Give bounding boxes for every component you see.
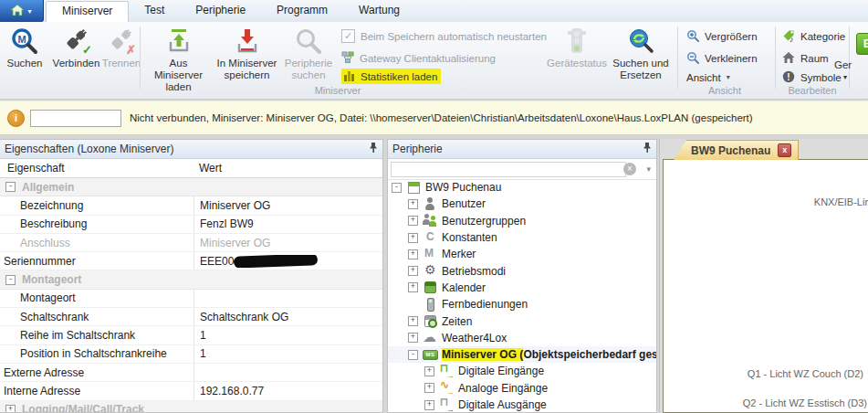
clear-search-icon[interactable]: × bbox=[623, 163, 636, 175]
tree-item-label[interactable]: Analoge Eingänge bbox=[458, 382, 548, 395]
expander-icon[interactable] bbox=[408, 249, 418, 259]
load-statistics-button[interactable]: Statistiken laden bbox=[341, 69, 441, 84]
tree-item-label[interactable]: Fernbedienungen bbox=[442, 298, 528, 311]
ribbon-tab[interactable]: Peripherie bbox=[180, 0, 261, 22]
tree-item[interactable]: Digitale Eingänge bbox=[388, 363, 656, 379]
ribbon-tab[interactable]: Test bbox=[129, 0, 180, 22]
property-value[interactable]: 1 bbox=[200, 347, 206, 360]
zoom-out-button[interactable]: Verkleinern bbox=[686, 50, 758, 66]
expander-icon[interactable] bbox=[408, 233, 418, 243]
tree-item-label[interactable]: Betriebsmodi bbox=[442, 265, 506, 278]
expander-icon[interactable] bbox=[408, 266, 418, 276]
tree-item[interactable]: Merker bbox=[388, 246, 656, 262]
expander-icon[interactable] bbox=[408, 199, 418, 209]
tree-item[interactable]: Analoge Eingänge bbox=[388, 380, 656, 397]
tree-item[interactable]: Weather4Lox bbox=[388, 330, 656, 346]
tree-item-label[interactable]: BW9 Puchenau bbox=[425, 181, 501, 194]
table-row[interactable]: Position in Schaltschrankreihe 1 bbox=[0, 345, 382, 364]
category-button[interactable]: ♪ Kategorie bbox=[782, 28, 845, 44]
tree-item[interactable]: Digitale Ausgänge bbox=[388, 397, 656, 412]
save-to-miniserver-button[interactable]: In Miniserver speichern bbox=[214, 25, 280, 81]
checkbox-checked-icon[interactable]: ✓ bbox=[341, 29, 355, 43]
ribbon-tab[interactable]: Programm bbox=[261, 0, 343, 22]
property-value[interactable]: Schaltschrank OG bbox=[200, 311, 288, 323]
table-row[interactable]: Logging/Mail/Call/Track bbox=[0, 401, 382, 413]
tree-item[interactable]: Kalender bbox=[388, 280, 656, 296]
property-value[interactable]: Miniserver OG bbox=[200, 199, 270, 212]
tree-item[interactable]: BW9 Puchenau bbox=[388, 179, 656, 196]
search-button[interactable]: M Suchen bbox=[2, 25, 47, 69]
expander-icon[interactable] bbox=[5, 275, 16, 285]
expander-icon[interactable] bbox=[5, 182, 16, 192]
symbols-button[interactable]: ! Symbole bbox=[782, 69, 842, 85]
tree-item[interactable]: Zeiten bbox=[388, 312, 656, 329]
pin-icon[interactable] bbox=[643, 143, 652, 155]
pin-icon[interactable] bbox=[369, 143, 378, 155]
expander-icon[interactable] bbox=[408, 350, 418, 360]
table-row[interactable]: Beschreibung Fenzl BW9 bbox=[0, 216, 382, 234]
find-replace-button[interactable]: Suchen und Ersetzen bbox=[606, 25, 675, 81]
gateway-client-update-row[interactable]: Gateway Clientaktualisierung bbox=[341, 50, 496, 66]
tree-item[interactable]: Konstanten bbox=[388, 229, 656, 246]
tree-item[interactable]: Fernbedienungen bbox=[388, 296, 656, 312]
expander-icon[interactable] bbox=[424, 383, 434, 393]
close-icon[interactable]: x bbox=[778, 143, 791, 157]
tree-item[interactable]: Benutzergruppen bbox=[388, 213, 656, 229]
room-button[interactable]: Raum bbox=[782, 50, 829, 66]
tree-item-label[interactable]: Kalender bbox=[442, 281, 486, 294]
zoom-in-button[interactable]: Vergrößern bbox=[686, 28, 758, 44]
tree-item-label[interactable]: Miniserver OG ( bbox=[442, 348, 523, 361]
table-row[interactable]: Allgemein bbox=[0, 178, 382, 196]
tree-item-label[interactable]: Benutzer bbox=[442, 197, 486, 210]
column-header-property[interactable]: Eigenschaft bbox=[0, 162, 190, 175]
program-canvas[interactable]: KNX/EIB-LiniQ1 - Licht WZ Couch (D2)Q2 -… bbox=[663, 159, 868, 413]
table-row[interactable]: Interne Adresse 192.168.0.77 bbox=[0, 382, 382, 400]
document-tab[interactable]: BW9 Puchenau x bbox=[674, 140, 799, 160]
tree-item[interactable]: Betriebsmodi bbox=[388, 262, 656, 279]
property-value[interactable]: Fenzl BW9 bbox=[200, 217, 254, 230]
tree-search-input[interactable] bbox=[391, 162, 626, 177]
expander-icon[interactable] bbox=[408, 216, 418, 226]
load-from-miniserver-button[interactable]: Aus Miniserver laden bbox=[144, 25, 213, 93]
tree-item-label[interactable]: Weather4Lox bbox=[442, 332, 507, 344]
expander-icon[interactable] bbox=[408, 282, 418, 292]
device-status-button[interactable]: Gerätestatus bbox=[548, 25, 606, 69]
property-value[interactable]: Miniserver OG bbox=[200, 237, 270, 249]
table-row[interactable]: Schaltschrank Schaltschrank OG bbox=[0, 308, 382, 326]
tree-item-label[interactable]: Merker bbox=[442, 248, 476, 260]
tree-item-label[interactable]: Digitale Ausgänge bbox=[458, 398, 547, 411]
tree-item-label[interactable]: Zeiten bbox=[442, 315, 472, 328]
table-row[interactable]: Externe Adresse bbox=[0, 364, 382, 382]
tree-item[interactable]: Benutzer bbox=[388, 196, 656, 212]
status-search-input[interactable] bbox=[30, 110, 121, 127]
table-row[interactable]: Seriennummer EEE00 bbox=[0, 252, 382, 270]
table-row[interactable]: Bezeichnung Miniserver OG bbox=[0, 196, 382, 215]
home-menu-button[interactable]: ▾ bbox=[0, 0, 44, 22]
disconnect-button[interactable]: ✗ Trennen bbox=[105, 25, 138, 69]
search-periphery-button[interactable]: Peripherie suchen bbox=[281, 25, 336, 81]
cut-off-green-button[interactable]: E bbox=[856, 33, 868, 55]
ribbon-tab[interactable]: Wartung bbox=[343, 0, 415, 22]
table-row[interactable]: Montageort bbox=[0, 290, 382, 308]
table-row[interactable]: Reihe im Schaltschrank 1 bbox=[0, 326, 382, 344]
table-row[interactable]: Montageort bbox=[0, 270, 382, 289]
tree-item[interactable]: Miniserver OG ( Objektspeicherbedarf ges bbox=[388, 346, 656, 363]
tree-item-label[interactable]: Digitale Eingänge bbox=[458, 365, 544, 377]
tree-item-label[interactable]: Konstanten bbox=[442, 231, 497, 244]
expander-icon[interactable] bbox=[5, 405, 16, 413]
connect-button[interactable]: ✓ Verbinden bbox=[47, 25, 105, 69]
column-header-value[interactable]: Wert bbox=[190, 162, 222, 175]
expander-icon[interactable] bbox=[408, 333, 418, 343]
property-value[interactable]: 1 bbox=[200, 329, 206, 342]
restart-after-save-checkbox-row[interactable]: ✓ Beim Speichern automatisch neustarten bbox=[341, 28, 547, 44]
table-row[interactable]: Anschluss Miniserver OG bbox=[0, 234, 382, 252]
ribbon-tab[interactable]: Miniserver bbox=[46, 1, 129, 22]
expander-icon[interactable] bbox=[392, 183, 402, 193]
view-dropdown[interactable]: Ansicht ▾ bbox=[686, 69, 730, 85]
property-value[interactable]: 192.168.0.77 bbox=[200, 385, 264, 397]
chevron-down-icon[interactable]: ▾ bbox=[646, 164, 651, 174]
property-value[interactable]: EEE00 bbox=[200, 255, 234, 268]
expander-icon[interactable] bbox=[408, 316, 418, 326]
expander-icon[interactable] bbox=[424, 400, 434, 410]
tree-item-label[interactable]: Benutzergruppen bbox=[442, 215, 526, 228]
